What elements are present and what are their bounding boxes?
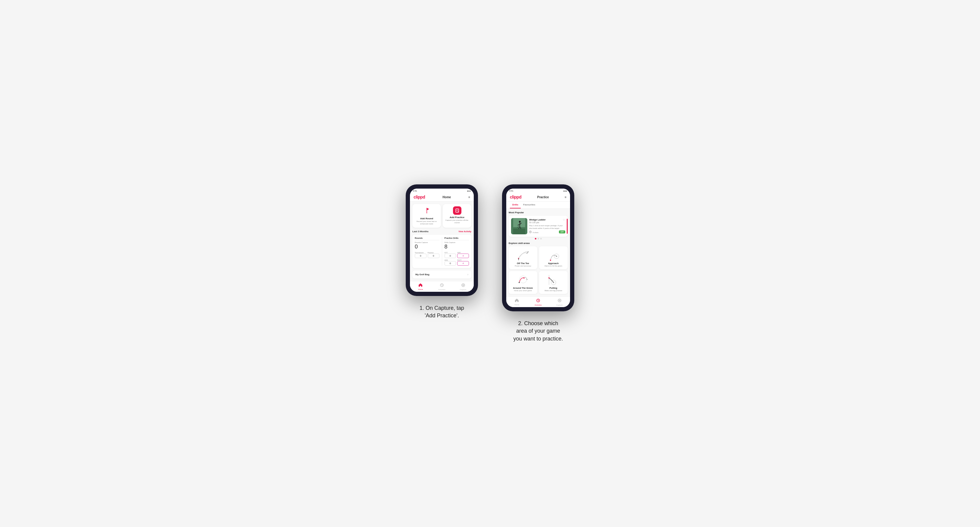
approach-sub: Dial-in to hit the green: [544, 265, 562, 267]
status-icons-2: ●●●: [563, 190, 567, 192]
star-icon[interactable]: ☆: [563, 218, 565, 221]
stats-panel: Rounds Rounds Capture 0 Tournament 0: [412, 235, 471, 268]
practice-stat: Practice 0: [428, 252, 439, 258]
svg-line-26: [530, 232, 531, 232]
drills-title: Practice Drills: [445, 237, 469, 240]
svg-line-10: [442, 285, 442, 286]
rounds-capture-value: 0: [415, 244, 439, 250]
status-bar-2: 9:41 ●●●: [506, 189, 570, 193]
stats-divider: [442, 237, 442, 266]
golf-bag-chevron: ›: [468, 273, 468, 276]
arg-value: 0: [445, 261, 456, 266]
home-nav-icon-2: [515, 298, 519, 303]
tab-favourites[interactable]: Favourites: [521, 202, 538, 208]
home-nav-label-2: Home: [514, 304, 519, 306]
putting-name: Putting: [550, 287, 557, 289]
ott-label: OTT: [445, 252, 456, 254]
featured-yards: 50–100 yds: [529, 221, 565, 224]
activities-nav-label-2: Activities: [535, 304, 542, 306]
flag-icon: [423, 206, 431, 215]
stats-row: Rounds Rounds Capture 0 Tournament 0: [415, 237, 469, 266]
menu-icon-1[interactable]: ≡: [468, 195, 470, 199]
putt-label: PUTT: [457, 259, 469, 261]
menu-icon-2[interactable]: ≡: [565, 195, 566, 199]
ott-value: 0: [445, 254, 456, 258]
tournament-stat: Tournament 0: [415, 252, 426, 258]
status-time: 9:41: [413, 190, 417, 192]
logo-1: clippd: [414, 195, 425, 199]
add-round-icon-wrap: [423, 206, 431, 216]
home-nav-label: Home: [418, 289, 423, 290]
app-header-1: clippd Home ≡: [410, 193, 474, 202]
svg-point-38: [527, 279, 527, 280]
approach-svg: [546, 249, 561, 261]
off-the-tee-icon: [515, 249, 531, 261]
drills-col: Practice Drills Drills Capture 8 OTT 0: [445, 237, 469, 266]
app-badge: APP: [559, 230, 565, 233]
dot-2: [538, 238, 539, 240]
rounds-col: Rounds Rounds Capture 0 Tournament 0: [415, 237, 439, 266]
featured-desc: Play 1 shot at each target yardage. If y…: [529, 224, 565, 230]
app-label: APP: [457, 252, 469, 254]
app-header-2: clippd Practice ≡: [506, 193, 570, 202]
nav-activities-2[interactable]: Activities: [528, 298, 549, 306]
golf-bag-row[interactable]: My Golf Bag ›: [412, 270, 471, 279]
putting-svg: [546, 273, 561, 286]
putt-stat: PUTT 4: [457, 259, 469, 266]
around-the-green-sub: Hone your short game: [514, 290, 532, 292]
svg-point-28: [527, 253, 527, 254]
capture-nav-icon-2: [557, 298, 562, 303]
shots-label: 9 shots: [529, 231, 538, 233]
nav-capture-2[interactable]: Capture: [549, 298, 570, 306]
clock-icon: [529, 231, 531, 233]
header-title-1: Home: [442, 195, 451, 199]
putt-value: 4: [457, 261, 469, 266]
nav-home-2[interactable]: Home: [506, 298, 528, 306]
nav-activities-1[interactable]: Activities: [431, 283, 453, 290]
approach-icon: [546, 249, 561, 261]
svg-point-42: [548, 277, 550, 279]
off-the-tee-sub: Power and accuracy: [515, 265, 531, 267]
tab-drills[interactable]: Drills: [510, 202, 521, 208]
status-time-2: 9:41: [509, 190, 514, 192]
svg-marker-2: [427, 208, 429, 210]
svg-point-30: [528, 251, 528, 252]
add-practice-card[interactable]: Add Practice Capture your practice off-t…: [443, 204, 471, 228]
add-round-sub: Record your shots fast or enhanced mode: [414, 221, 439, 225]
phone-1: 9:41 ●●● clippd Home ≡: [406, 184, 478, 296]
carousel-dots: [509, 238, 568, 240]
home-nav-icon: [418, 283, 423, 288]
most-popular-title: Most Popular: [509, 211, 568, 214]
add-practice-sub: Capture your practice off-the-course: [445, 219, 469, 224]
accent-bar: [567, 219, 568, 234]
view-activity-link[interactable]: View Activity: [458, 230, 471, 233]
phone-1-block: 9:41 ●●● clippd Home ≡: [406, 184, 478, 319]
featured-card[interactable]: Wedge Ladder ☆ 50–100 yds Play 1 shot at…: [509, 216, 568, 237]
practice-icon: [455, 208, 460, 213]
skill-card-off-the-tee[interactable]: Off The Tee Power and accuracy: [509, 246, 537, 269]
around-the-green-name: Around The Green: [513, 287, 533, 289]
skill-card-approach[interactable]: Approach Dial-in to hit the green: [539, 246, 568, 269]
arg-label: ARG: [445, 259, 456, 261]
featured-footer: 9 shots APP: [529, 230, 565, 233]
action-cards-row: Add Round Record your shots fast or enha…: [412, 204, 471, 228]
ott-stat: OTT 0: [445, 252, 456, 258]
add-practice-icon-wrap: [453, 206, 461, 215]
add-round-card[interactable]: Add Round Record your shots fast or enha…: [412, 204, 441, 228]
add-practice-title: Add Practice: [450, 216, 465, 219]
phone-2-screen: 9:41 ●●● clippd Practice ≡ Drills Favour…: [506, 189, 570, 307]
svg-point-17: [519, 221, 521, 222]
tabs-bar: Drills Favourites: [506, 202, 570, 209]
drills-capture-label: Drills Capture: [445, 241, 469, 243]
skill-card-around-the-green[interactable]: Around The Green Hone your short game: [509, 271, 537, 294]
skill-card-putting[interactable]: Putting Make and lag practice: [539, 271, 568, 294]
activities-nav-icon-2: [536, 298, 540, 303]
practice-value: 0: [428, 254, 439, 258]
off-the-tee-name: Off The Tee: [517, 262, 529, 265]
nav-home-1[interactable]: Home: [410, 283, 431, 290]
svg-point-34: [550, 260, 551, 261]
svg-line-45: [538, 300, 539, 301]
capture-nav-label: Capture: [460, 289, 466, 290]
featured-image: [511, 218, 527, 234]
nav-capture-1[interactable]: Capture: [452, 283, 474, 290]
